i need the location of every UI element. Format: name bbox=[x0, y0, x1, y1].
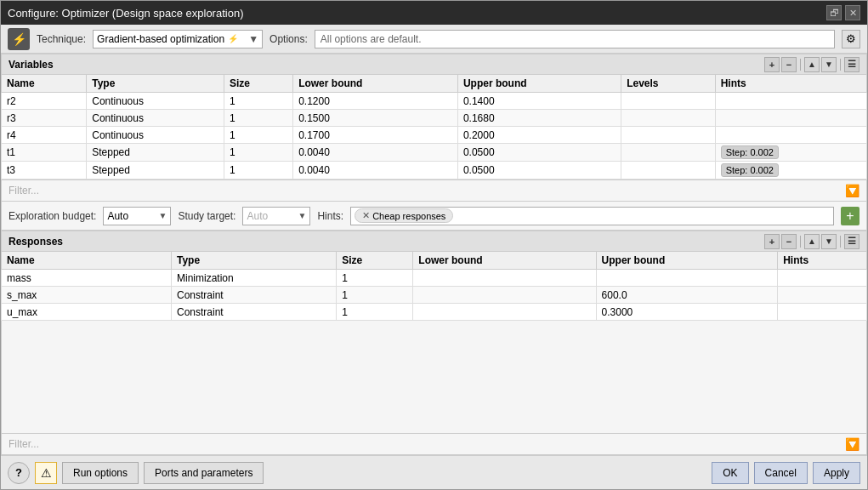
variables-down-button[interactable]: ▼ bbox=[821, 57, 837, 72]
resp-col-upper: Upper bound bbox=[596, 252, 778, 270]
var-name: t3 bbox=[2, 162, 87, 179]
separator3 bbox=[800, 236, 801, 248]
responses-up-button[interactable]: ▲ bbox=[804, 234, 820, 249]
variables-filter-bar[interactable]: Filter... 🔽 bbox=[1, 179, 867, 202]
var-hints bbox=[715, 127, 866, 144]
variables-filter-icon: 🔽 bbox=[845, 184, 859, 197]
dialog-buttons: OK Cancel Apply bbox=[712, 462, 860, 484]
var-type: Continuous bbox=[87, 110, 224, 127]
toolbar: ⚡ Technique: Gradient-based optimization… bbox=[1, 25, 867, 54]
responses-down-button[interactable]: ▼ bbox=[821, 234, 837, 249]
hint-tag-remove[interactable]: ✕ bbox=[362, 210, 370, 221]
responses-add-button[interactable]: + bbox=[764, 234, 780, 249]
variable-row[interactable]: r4 Continuous 1 0.1700 0.2000 bbox=[2, 127, 867, 144]
responses-menu-button[interactable]: ☰ bbox=[844, 234, 859, 249]
variable-row[interactable]: t3 Stepped 1 0.0040 0.0500 Step: 0.002 bbox=[2, 162, 867, 179]
cheap-responses-tag[interactable]: ✕ Cheap responses bbox=[355, 208, 453, 223]
col-hints: Hints bbox=[715, 75, 866, 93]
responses-controls: + − ▲ ▼ ☰ bbox=[764, 234, 859, 249]
response-row[interactable]: s_max Constraint 1 600.0 bbox=[2, 287, 867, 304]
responses-remove-button[interactable]: − bbox=[781, 234, 797, 249]
var-upper: 0.0500 bbox=[457, 144, 621, 162]
ok-button[interactable]: OK bbox=[712, 462, 748, 484]
variables-title: Variables bbox=[9, 59, 54, 71]
add-hint-button[interactable]: + bbox=[841, 207, 859, 225]
resp-col-size: Size bbox=[337, 252, 413, 270]
var-hints: Step: 0.002 bbox=[715, 162, 866, 179]
technique-dropdown-arrow: ▼ bbox=[248, 33, 258, 45]
var-lower: 0.0040 bbox=[293, 162, 458, 179]
technique-select[interactable]: Gradient-based optimization ⚡ ▼ bbox=[93, 30, 263, 48]
separator2 bbox=[840, 59, 841, 71]
gear-button[interactable]: ⚙ bbox=[842, 30, 860, 48]
resp-hints bbox=[778, 270, 867, 287]
hints-label: Hints: bbox=[317, 210, 343, 222]
study-label: Study target: bbox=[178, 210, 235, 222]
var-levels bbox=[621, 127, 715, 144]
var-size: 1 bbox=[224, 110, 292, 127]
close-button[interactable]: ✕ bbox=[845, 5, 860, 20]
variable-row[interactable]: r3 Continuous 1 0.1500 0.1680 bbox=[2, 110, 867, 127]
responses-section-header: Responses + − ▲ ▼ ☰ bbox=[1, 231, 867, 251]
restore-button[interactable]: 🗗 bbox=[826, 5, 842, 20]
resp-col-lower: Lower bound bbox=[413, 252, 596, 270]
resp-col-name: Name bbox=[2, 252, 172, 270]
resp-upper: 0.3000 bbox=[596, 304, 778, 321]
separator4 bbox=[840, 236, 841, 248]
var-levels bbox=[621, 162, 715, 179]
study-value: Auto bbox=[247, 210, 268, 222]
main-window: Configure: Optimizer (Design space explo… bbox=[0, 0, 868, 490]
resp-type: Constraint bbox=[172, 287, 337, 304]
technique-label: Technique: bbox=[37, 33, 86, 45]
variables-remove-button[interactable]: − bbox=[781, 57, 797, 72]
response-row[interactable]: mass Minimization 1 bbox=[2, 270, 867, 287]
responses-filter-bar[interactable]: Filter... 🔽 bbox=[1, 433, 867, 455]
responses-filter-icon: 🔽 bbox=[845, 437, 859, 451]
exploration-value: Auto bbox=[107, 210, 128, 222]
resp-type: Constraint bbox=[172, 304, 337, 321]
col-upper: Upper bound bbox=[457, 75, 621, 93]
var-upper: 0.0500 bbox=[457, 162, 621, 179]
var-type: Continuous bbox=[87, 93, 224, 110]
variable-row[interactable]: r2 Continuous 1 0.1200 0.1400 bbox=[2, 93, 867, 110]
ports-parameters-button[interactable]: Ports and parameters bbox=[144, 462, 264, 484]
var-name: r3 bbox=[2, 110, 87, 127]
resp-col-hints: Hints bbox=[778, 252, 867, 270]
technique-lightning: ⚡ bbox=[228, 34, 238, 43]
run-options-button[interactable]: Run options bbox=[62, 462, 139, 484]
technique-value: Gradient-based optimization bbox=[97, 33, 224, 45]
bottom-toolbar: ? ⚠ Run options Ports and parameters OK … bbox=[1, 455, 867, 489]
help-button[interactable]: ? bbox=[8, 462, 30, 484]
var-lower: 0.1500 bbox=[293, 110, 458, 127]
var-levels bbox=[621, 93, 715, 110]
resp-lower bbox=[413, 287, 596, 304]
empty-space bbox=[1, 321, 867, 433]
var-name: t1 bbox=[2, 144, 87, 162]
var-type: Continuous bbox=[87, 127, 224, 144]
var-type: Stepped bbox=[87, 144, 224, 162]
variables-up-button[interactable]: ▲ bbox=[804, 57, 820, 72]
variables-menu-button[interactable]: ☰ bbox=[844, 57, 859, 72]
var-name: r2 bbox=[2, 93, 87, 110]
variable-row[interactable]: t1 Stepped 1 0.0040 0.0500 Step: 0.002 bbox=[2, 144, 867, 162]
study-target-select[interactable]: Auto ▼ bbox=[242, 207, 310, 225]
cancel-button[interactable]: Cancel bbox=[754, 462, 808, 484]
var-name: r4 bbox=[2, 127, 87, 144]
separator1 bbox=[800, 59, 801, 71]
apply-button[interactable]: Apply bbox=[813, 462, 860, 484]
variables-add-button[interactable]: + bbox=[764, 57, 780, 72]
exploration-budget-select[interactable]: Auto ▼ bbox=[103, 207, 171, 225]
var-size: 1 bbox=[224, 127, 292, 144]
options-field: All options are default. bbox=[315, 30, 835, 48]
exploration-dropdown-arrow: ▼ bbox=[159, 211, 167, 220]
var-lower: 0.0040 bbox=[293, 144, 458, 162]
responses-table-container: Name Type Size Lower bound Upper bound H… bbox=[1, 251, 867, 321]
variables-filter-placeholder: Filter... bbox=[9, 185, 39, 197]
col-levels: Levels bbox=[621, 75, 715, 93]
col-size: Size bbox=[224, 75, 292, 93]
warning-button[interactable]: ⚠ bbox=[35, 462, 57, 484]
resp-upper: 600.0 bbox=[596, 287, 778, 304]
response-row[interactable]: u_max Constraint 1 0.3000 bbox=[2, 304, 867, 321]
variables-section-header: Variables + − ▲ ▼ ☰ bbox=[1, 54, 867, 74]
resp-name: s_max bbox=[2, 287, 172, 304]
